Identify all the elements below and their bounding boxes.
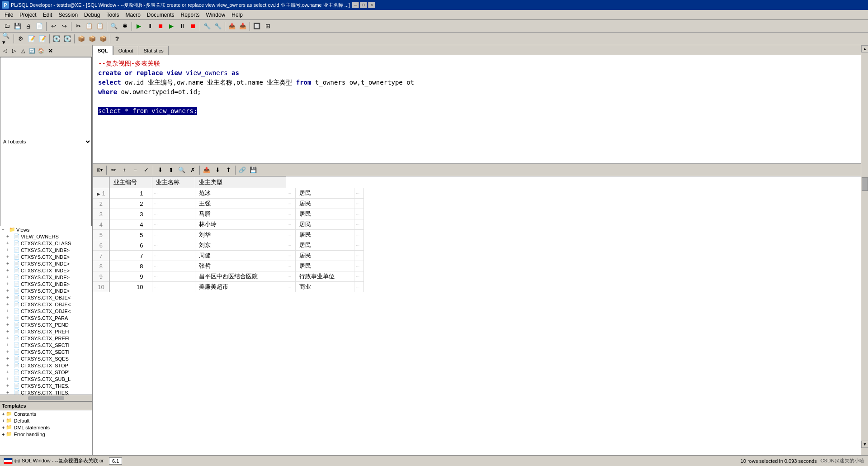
grid-mode-button[interactable]: ⊞▾ <box>94 165 104 175</box>
move-up-button[interactable]: ⬆ <box>223 165 233 175</box>
grid2-button[interactable]: ⊞ <box>263 21 273 31</box>
tree-node-12[interactable]: + 📄 CTXSYS.CTX_PARA <box>0 314 92 321</box>
template-default[interactable]: + 📁 Default <box>0 417 92 424</box>
pause-button[interactable]: ⏸ <box>145 21 155 31</box>
export-button[interactable]: 📤 <box>227 21 237 31</box>
template-error[interactable]: + 📁 Error handling <box>0 431 92 437</box>
object-filter-dropdown[interactable]: All objects <box>0 57 92 226</box>
redo-button[interactable]: ↪ <box>59 21 69 31</box>
table-row[interactable]: ▶ 11···范冰···居民··· <box>93 188 364 199</box>
page-button[interactable]: 📄 <box>34 21 44 31</box>
menu-window[interactable]: Window <box>203 11 228 19</box>
menu-macro[interactable]: Macro <box>123 11 143 19</box>
table-row[interactable]: 88···张哲···居民··· <box>93 261 364 271</box>
menu-file[interactable]: File <box>2 11 16 19</box>
new-button[interactable]: 🗂 <box>2 21 12 31</box>
tree-node-15[interactable]: + 📄 CTXSYS.CTX_PREFI <box>0 335 92 342</box>
result-grid[interactable]: 业主编号 业主名称 业主类型 ▶ 11···范冰···居民···22···王强·… <box>93 176 861 455</box>
delete-record-button[interactable]: − <box>130 165 140 175</box>
menu-debug[interactable]: Debug <box>81 11 103 19</box>
tree-node-20[interactable]: + 📄 CTXSYS.CTX_STOP' <box>0 369 92 376</box>
pkg3-button[interactable]: 📦 <box>98 34 108 44</box>
search2-button[interactable]: 🔍▾ <box>2 34 12 44</box>
maximize-button[interactable]: □ <box>360 2 367 8</box>
close-button[interactable]: × <box>368 2 375 8</box>
nav-close[interactable]: ✕ <box>46 47 54 55</box>
confirm-button[interactable]: ✓ <box>141 165 151 175</box>
tree-node-view-owners[interactable]: + 📄 VIEW_OWNERS <box>0 233 92 240</box>
table-row[interactable]: 77···周健···居民··· <box>93 251 364 261</box>
sort-asc-button[interactable]: ⬇ <box>155 165 165 175</box>
tree-node-18[interactable]: + 📄 CTXSYS.CTX_SQES <box>0 355 92 362</box>
tree-node-10[interactable]: + 📄 CTXSYS.CTX_OBJE< <box>0 301 92 308</box>
tree-node-4[interactable]: + 📄 CTXSYS.CTX_INDE> <box>0 260 92 267</box>
tree-node-7[interactable]: + 📄 CTXSYS.CTX_INDE> <box>0 281 92 287</box>
menu-tools[interactable]: Tools <box>104 11 122 19</box>
tree-node-9[interactable]: + 📄 CTXSYS.CTX_OBJE< <box>0 294 92 301</box>
wildcard-button[interactable]: ✱ <box>120 21 130 31</box>
tree-scroll-bar[interactable] <box>0 395 92 401</box>
pkg1-button[interactable]: 📦 <box>76 34 86 44</box>
pkg2-button[interactable]: 📦 <box>87 34 97 44</box>
tab-statistics[interactable]: Statistics <box>139 46 169 55</box>
grid1-button[interactable]: 🔲 <box>252 21 262 31</box>
table-row[interactable]: 22···王强···居民··· <box>93 199 364 209</box>
add-record-button[interactable]: + <box>119 165 129 175</box>
undo-button[interactable]: ↩ <box>48 21 58 31</box>
tool1-button[interactable]: 🔧 <box>202 21 212 31</box>
search-button[interactable]: 🔍 <box>109 21 119 31</box>
db2-button[interactable]: 💽 <box>62 34 72 44</box>
table-row[interactable]: 99···昌平区中西医结合医院···行政事业单位··· <box>93 271 364 282</box>
move-down-button[interactable]: ⬇ <box>212 165 222 175</box>
settings-button[interactable]: ⚙ <box>16 34 26 44</box>
stop-button[interactable]: ⏹ <box>156 21 165 31</box>
tree-node-5[interactable]: + 📄 CTXSYS.CTX_INDE> <box>0 267 92 274</box>
nav-up[interactable]: △ <box>19 47 27 55</box>
col-header-type[interactable]: 业主类型 <box>195 177 286 188</box>
template-dml[interactable]: + 📁 DML statements <box>0 424 92 431</box>
nav-back[interactable]: ◁ <box>1 47 9 55</box>
template-constants[interactable]: + 📁 Constants <box>0 410 92 417</box>
menu-help[interactable]: Help <box>229 11 245 19</box>
debug-stop-button[interactable]: ⏹ <box>188 21 198 31</box>
nav-home[interactable]: 🏠 <box>37 47 45 55</box>
menu-reports[interactable]: Reports <box>178 11 203 19</box>
col-header-id[interactable]: 业主编号 <box>109 177 152 188</box>
tree-node-16[interactable]: + 📄 CTXSYS.CTX_SECTI <box>0 342 92 348</box>
edit-record-button[interactable]: ✏ <box>108 165 118 175</box>
tree-node-1[interactable]: + 📄 CTXSYS.CTX_CLASS <box>0 240 92 247</box>
debug-run-button[interactable]: ▶ <box>166 21 176 31</box>
import-button[interactable]: 📥 <box>238 21 248 31</box>
tree-node-22[interactable]: + 📄 CTXSYS.CTX_THES. <box>0 382 92 389</box>
debug-pause-button[interactable]: ⏸ <box>177 21 187 31</box>
tab-sql[interactable]: SQL <box>93 46 113 55</box>
sql-editor[interactable]: --复杂视图-多表关联 create or replace view view_… <box>93 55 861 164</box>
menu-edit[interactable]: Edit <box>40 11 55 19</box>
menu-documents[interactable]: Documents <box>144 11 177 19</box>
scroll-up-btn[interactable]: ▲ <box>861 45 868 52</box>
menu-project[interactable]: Project <box>17 11 39 19</box>
minimize-button[interactable]: ─ <box>352 2 359 8</box>
copy-button[interactable]: 📋 <box>84 21 94 31</box>
sort-desc-button[interactable]: ⬆ <box>166 165 176 175</box>
nav-forward[interactable]: ▷ <box>10 47 18 55</box>
scroll-thumb[interactable] <box>862 177 868 191</box>
tree-node-21[interactable]: + 📄 CTXSYS.CTX_SUB_L <box>0 376 92 382</box>
tree-node-17[interactable]: + 📄 CTXSYS.CTX_SECTI <box>0 348 92 355</box>
execute-button[interactable]: ▶ <box>134 21 144 31</box>
save-data-button[interactable]: 💾 <box>248 165 258 175</box>
table-row[interactable]: 1010···美廉美超市···商业··· <box>93 282 364 292</box>
clear-filter-button[interactable]: ✗ <box>188 165 198 175</box>
table-row[interactable]: 66···刘东···居民··· <box>93 240 364 251</box>
paste-button[interactable]: 📋 <box>95 21 105 31</box>
scroll-down-btn[interactable]: ▼ <box>861 441 868 448</box>
tree-node-23[interactable]: + 📄 CTXSYS.CTX_THES. <box>0 389 92 395</box>
filter-button[interactable]: 🔍 <box>177 165 187 175</box>
table-row[interactable]: 44···林小玲···居民··· <box>93 219 364 230</box>
print-button[interactable]: 🖨 <box>24 21 33 31</box>
table-row[interactable]: 55···刘华···居民··· <box>93 230 364 240</box>
tree-node-11[interactable]: + 📄 CTXSYS.CTX_OBJE< <box>0 308 92 314</box>
link-button[interactable]: 🔗 <box>237 165 247 175</box>
nav-refresh[interactable]: 🔄 <box>28 47 36 55</box>
edit2-button[interactable]: 📝 <box>38 34 47 44</box>
